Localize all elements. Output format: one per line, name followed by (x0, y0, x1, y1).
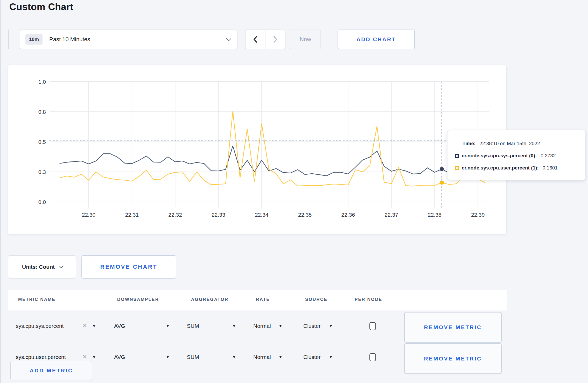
chevron-down-icon (59, 265, 63, 268)
per-node-checkbox[interactable] (369, 353, 376, 361)
svg-text:22:32: 22:32 (168, 212, 182, 218)
page-left-edge (0, 0, 1, 383)
svg-text:22:36: 22:36 (341, 212, 355, 218)
svg-text:22:33: 22:33 (212, 212, 225, 218)
downsampler-select[interactable]: AVG (114, 323, 125, 329)
tooltip-time-row: Time: 22:38:10 on Mar 15th, 2022 (455, 139, 580, 148)
add-metric-button[interactable]: ADD METRIC (10, 361, 92, 380)
remove-chart-button[interactable]: REMOVE CHART (81, 255, 176, 279)
col-per-node: PER NODE (355, 297, 382, 302)
time-forward-button[interactable] (265, 30, 285, 49)
time-range-label: Past 10 Minutes (49, 36, 226, 43)
chevron-down-icon[interactable]: ▼ (92, 355, 96, 359)
remove-metric-button[interactable]: REMOVE METRIC (404, 343, 502, 374)
aggregator-select[interactable]: SUM (187, 354, 199, 360)
svg-text:22:37: 22:37 (384, 212, 398, 218)
col-metric-name: METRIC NAME (18, 297, 55, 302)
chevron-down-icon[interactable]: ▼ (232, 324, 236, 328)
tooltip-time-value: 22:38:10 on Mar 15th, 2022 (479, 141, 540, 146)
metrics-table-header: METRIC NAME DOWNSAMPLER AGGREGATOR RATE … (8, 290, 507, 310)
col-aggregator: AGGREGATOR (191, 297, 228, 302)
chevron-down-icon[interactable]: ▼ (166, 355, 170, 359)
tooltip-series-row: cr.node.sys.cpu.sys.percent (0): 0.2732 (455, 151, 580, 160)
rate-select[interactable]: Normal (253, 354, 271, 360)
svg-text:0.0: 0.0 (38, 199, 46, 205)
remove-metric-x-icon[interactable]: ✕ (82, 322, 87, 329)
metrics-line-chart[interactable]: 0.00.30.50.81.022:3022:3122:3222:3322:34… (8, 65, 506, 234)
per-node-checkbox[interactable] (369, 322, 376, 330)
chart-tooltip: Time: 22:38:10 on Mar 15th, 2022 cr.node… (447, 130, 585, 180)
downsampler-select[interactable]: AVG (114, 354, 125, 360)
chevron-left-icon (253, 36, 258, 43)
tooltip-user-value: 0.1601 (543, 165, 558, 171)
svg-text:22:34: 22:34 (255, 212, 269, 218)
chevron-down-icon[interactable]: ▼ (92, 324, 96, 328)
time-range-select[interactable]: 10m Past 10 Minutes (20, 30, 237, 49)
svg-text:0.8: 0.8 (38, 109, 46, 115)
chevron-down-icon (226, 36, 231, 41)
now-button[interactable]: Now (290, 30, 321, 49)
chevron-down-icon[interactable]: ▼ (329, 324, 333, 328)
source-select[interactable]: Cluster (303, 323, 321, 329)
user-series-swatch-icon (455, 166, 459, 170)
remove-metric-button[interactable]: REMOVE METRIC (404, 312, 502, 343)
time-range-badge: 10m (25, 34, 43, 45)
col-downsampler: DOWNSAMPLER (117, 297, 159, 302)
svg-text:22:38: 22:38 (428, 212, 442, 218)
col-rate: RATE (256, 297, 270, 302)
svg-text:22:31: 22:31 (125, 212, 139, 218)
chevron-down-icon[interactable]: ▼ (166, 324, 170, 328)
chevron-down-icon[interactable]: ▼ (329, 355, 333, 359)
remove-metric-x-icon[interactable]: ✕ (82, 353, 87, 360)
units-label: Units: Count (22, 264, 55, 270)
svg-text:0.5: 0.5 (38, 139, 46, 145)
time-back-button[interactable] (246, 30, 265, 49)
chevron-down-icon[interactable]: ▼ (279, 324, 282, 328)
page-title: Custom Chart (9, 2, 73, 12)
chart-card: 0.00.30.50.81.022:3022:3122:3222:3322:34… (8, 65, 507, 235)
aggregator-select[interactable]: SUM (187, 323, 199, 329)
tooltip-sys-label: cr.node.sys.cpu.sys.percent (0): (462, 153, 537, 159)
svg-text:1.0: 1.0 (38, 79, 46, 85)
svg-text:22:30: 22:30 (82, 212, 96, 218)
tooltip-series-row: cr.node.sys.cpu.user.percent (1): 0.1601 (455, 164, 580, 172)
units-select[interactable]: Units: Count (8, 255, 76, 279)
chevron-right-icon (272, 36, 278, 43)
chevron-down-icon[interactable]: ▼ (232, 355, 236, 359)
svg-text:22:35: 22:35 (298, 212, 312, 218)
tooltip-user-label: cr.node.sys.cpu.user.percent (1): (462, 165, 539, 171)
metric-name-select[interactable]: sys.cpu.user.percent (16, 354, 66, 360)
metric-row: sys.cpu.sys.percent ✕ ▼ AVG ▼ SUM ▼ Norm… (8, 310, 507, 342)
rate-select[interactable]: Normal (253, 323, 271, 329)
svg-text:22:39: 22:39 (471, 212, 485, 218)
svg-text:0.3: 0.3 (38, 169, 46, 175)
chevron-down-icon[interactable]: ▼ (279, 355, 282, 359)
add-chart-button[interactable]: ADD CHART (338, 30, 415, 49)
custom-chart-page: Custom Chart 10m Past 10 Minutes Now ADD… (0, 0, 588, 383)
tooltip-sys-value: 0.2732 (541, 153, 556, 159)
tooltip-time-label: Time: (463, 141, 475, 146)
col-source: SOURCE (305, 297, 327, 302)
toolbar-divider (8, 30, 9, 49)
metric-name-select[interactable]: sys.cpu.sys.percent (16, 323, 64, 329)
source-select[interactable]: Cluster (303, 354, 321, 360)
time-nav-group (245, 30, 285, 49)
sys-series-swatch-icon (455, 154, 459, 158)
